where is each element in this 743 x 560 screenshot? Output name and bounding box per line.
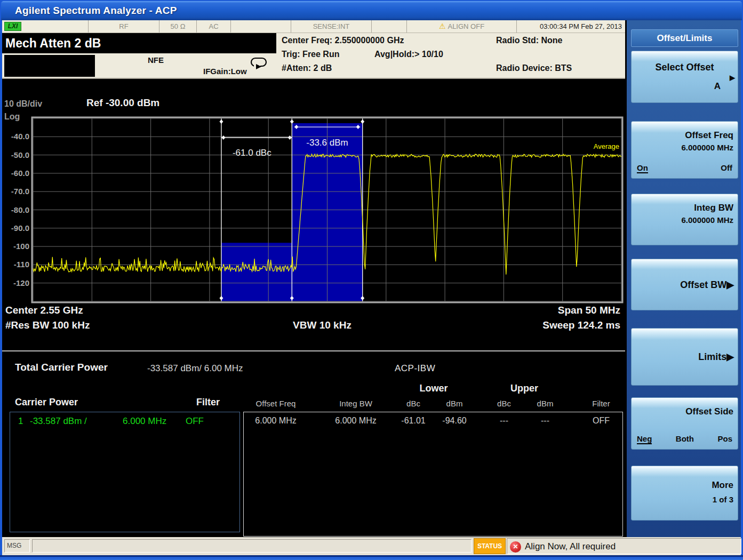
radio-device-readout: Radio Device: BTS (496, 63, 572, 73)
marker-diamond-icon (288, 135, 292, 140)
carrier-power-header: Carrier Power (15, 397, 78, 408)
y-axis-tick: -40.0 (11, 132, 29, 141)
results-area: Total Carrier Power -33.587 dBm/ 6.00 MH… (2, 352, 625, 537)
annotation-text: -33.6 dBm (306, 138, 348, 148)
lxi-badge: LXI (4, 22, 21, 31)
status-bar: MSG STATUS ✕ Align Now, All required (2, 537, 741, 555)
status-strip: LXI RF 50 Ω AC SENSE:INT ⚠ALIGN OFF 03:0… (2, 20, 625, 33)
softkey-offset-side-option-both[interactable]: Both (676, 434, 694, 444)
res-bw-footer: #Res BW 100 kHz (5, 319, 90, 331)
warning-icon: ⚠ (439, 22, 446, 30)
mech-atten-bar: Mech Atten 2 dB (2, 34, 276, 53)
carrier-row-filter: OFF (186, 416, 204, 427)
status-message-field: ✕ Align Now, All required (507, 538, 741, 554)
annunciator-area: Mech Atten 2 dB NFE IFGain:Low Center Fr… (2, 33, 625, 80)
atten-readout: #Atten: 2 dB (282, 63, 332, 73)
softkey-offset-side[interactable]: Offset SideNegBothPos (631, 397, 738, 450)
marker-diamond-icon (361, 119, 364, 124)
softkey-offset-side-label: Offset Side (685, 406, 733, 417)
empty-cell-1 (230, 20, 291, 33)
results-divider (2, 350, 625, 351)
softkey-offset-side-option-pos[interactable]: Pos (717, 434, 732, 444)
softkey-offset-freq-option-off[interactable]: Off (721, 163, 732, 173)
softkey-integ-bw-label: Integ BW (694, 203, 733, 213)
status-badge: STATUS (474, 538, 506, 554)
empty-cell-2 (371, 20, 406, 33)
datetime-display: 03:00:34 PM Feb 27, 2013 (516, 20, 625, 33)
softkey-menu: Offset/Limits Select Offset▶AOffset Freq… (625, 20, 741, 537)
y-axis-tick: -90.0 (11, 223, 29, 233)
spectrum-chart: -40.0-50.0-60.0-70.0-80.0-90.0-100-110-1… (2, 96, 625, 351)
y-axis-tick: -80.0 (11, 205, 29, 214)
softkey-select-offset-label: Select Offset (632, 62, 738, 73)
softkey-offset-freq-option-on[interactable]: On (637, 163, 648, 173)
softkey-offset-freq-toggle: OnOff (637, 163, 732, 173)
error-icon: ✕ (510, 541, 521, 553)
main-display: 10 dB/div Ref -30.00 dBm Log -40.0-50.0-… (2, 80, 625, 537)
softkey-limits-label: Limits▶ (632, 329, 734, 385)
marker-diamond-icon (219, 119, 223, 124)
softkey-offset-freq-value: 6.000000 MHz (681, 143, 733, 152)
offset-col-header: dBm (524, 399, 566, 408)
carrier-row-bw: 6.000 MHz (123, 416, 166, 427)
measurement-info-panel: Center Freq: 2.550000000 GHz Radio Std: … (276, 33, 625, 79)
softkey-integ-bw[interactable]: Integ BW6.000000 MHz (631, 194, 738, 245)
trace-name-label: Average (594, 142, 619, 150)
center-freq-footer: Center 2.55 GHz (5, 305, 83, 316)
offset-cell: --- (483, 416, 525, 426)
trigger-readout: Trig: Free Run (282, 50, 339, 59)
softkey-offset-side-option-neg[interactable]: Neg (637, 434, 652, 444)
window-bottom-border (0, 555, 743, 560)
msg-label: MSG (4, 539, 30, 553)
softkey-more-label: More (712, 480, 733, 491)
marker-diamond-icon (221, 135, 225, 140)
window-title: Agilent Spectrum Analyzer - ACP (15, 5, 177, 17)
carrier-filter-header: Filter (181, 397, 235, 408)
carrier-table-box (10, 412, 240, 532)
softkey-offset-freq-label: Offset Freq (685, 130, 733, 141)
softkey-select-offset-value: A (714, 81, 721, 92)
marker-diamond-icon (290, 119, 294, 124)
offset-integration-band (221, 243, 292, 301)
offset-group-header-lower: Lower (391, 383, 476, 394)
instrument-screen: Agilent Spectrum Analyzer - ACP LXI RF 5… (0, 0, 743, 560)
vbw-footer: VBW 10 kHz (226, 319, 418, 331)
offset-col-header: Integ BW (324, 399, 388, 408)
menu-title: Offset/Limits (631, 29, 738, 47)
carrier-row-index: 1 (18, 416, 23, 427)
softkey-offset-side-toggle: NegBothPos (637, 434, 732, 444)
span-footer: Span 50 MHz (558, 305, 620, 316)
radio-std-readout: Radio Std: None (496, 36, 562, 45)
total-carrier-power-label: Total Carrier Power (15, 362, 108, 373)
softkey-select-offset[interactable]: Select Offset▶A (631, 51, 738, 103)
offset-cell: --- (524, 416, 566, 426)
coupling-annunciator: AC (196, 20, 230, 33)
center-freq-readout: Center Freq: 2.550000000 GHz (282, 36, 404, 45)
rf-annunciator: RF (88, 20, 159, 33)
softkey-offset-freq[interactable]: Offset Freq6.000000 MHzOnOff (631, 121, 738, 179)
continuous-sweep-icon (249, 55, 270, 70)
offset-cell: -94.60 (433, 416, 476, 426)
softkey-offset-bw-label: Offset BW▶ (632, 259, 734, 310)
softkey-integ-bw-value: 6.000000 MHz (681, 215, 733, 225)
submenu-arrow-icon: ▶ (730, 74, 735, 82)
total-carrier-power-value: -33.587 dBm/ 6.00 MHz (147, 363, 243, 374)
align-now-message: Align Now, All required (525, 539, 616, 555)
carrier-row-power: -33.587 dBm / (30, 416, 87, 427)
y-axis-tick: -120 (13, 278, 29, 287)
nfe-label: NFE (148, 55, 164, 65)
impedance-annunciator: 50 Ω (159, 20, 196, 33)
y-axis-tick: -100 (13, 242, 29, 251)
softkey-offset-bw[interactable]: Offset BW▶ (631, 259, 738, 310)
measurement-mode-label: ACP-IBW (395, 363, 435, 374)
annotation-text: -61.0 dBc (233, 148, 271, 158)
y-axis-tick: -110 (14, 260, 29, 269)
softkey-limits[interactable]: Limits▶ (631, 328, 738, 386)
message-field (32, 539, 472, 553)
nfe-strip: NFE IFGain:Low (2, 53, 276, 79)
offset-cell: 6.000 MHz (244, 416, 308, 426)
softkey-more[interactable]: More1 of 3 (631, 466, 738, 521)
ifgain-label: IFGain:Low (203, 67, 247, 76)
offset-cell: -61.01 (392, 416, 435, 426)
softkey-more-value: 1 of 3 (713, 495, 733, 504)
